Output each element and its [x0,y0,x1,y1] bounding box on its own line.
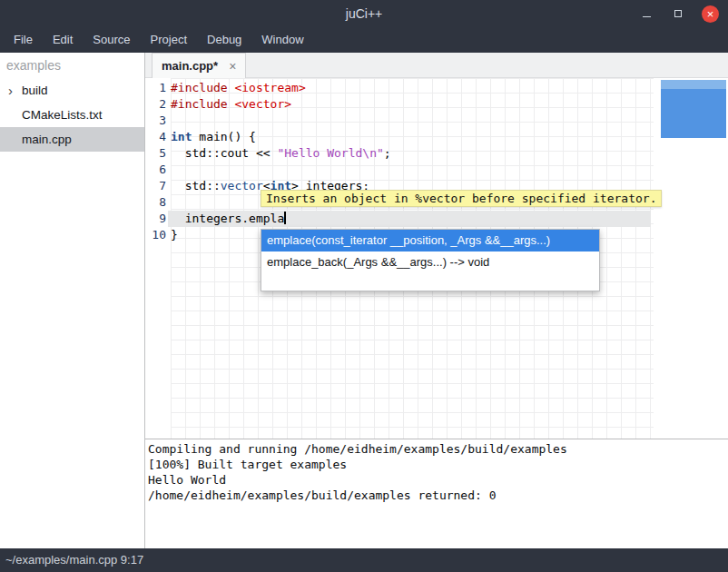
tab-label: main.cpp* [162,59,218,73]
token: <vector> [234,97,291,111]
token: #include [171,81,228,94]
minimize-icon [643,16,651,18]
token: "Hello World\n" [277,146,383,160]
token: ; [384,146,391,160]
token: #include [171,97,228,111]
code-text: #include <vector> [168,96,651,113]
window-controls: × [638,0,719,27]
file-label: build [22,84,48,97]
code-line[interactable]: 6 [145,162,728,178]
line-number: 4 [145,129,168,145]
menu-item-window[interactable]: Window [251,27,313,53]
tooltip: Inserts an object in %vector before spec… [261,190,662,207]
file-label: CMakeLists.txt [22,108,103,122]
code-line[interactable]: 5 std::cout << "Hello World\n"; [145,145,728,162]
sidebar-item-build[interactable]: ›build [0,78,144,103]
line-number: 1 [145,80,168,96]
code-text [168,162,651,178]
sidebar-header: examples [0,53,144,78]
file-label: main.cpp [22,133,72,146]
terminal-line: /home/eidheim/examples/build/examples re… [148,488,725,503]
menubar: FileEditSourceProjectDebugWindow [0,27,728,53]
line-number: 10 [145,227,168,243]
tabbar: main.cpp* × [145,53,728,78]
close-button[interactable]: × [702,5,719,23]
autocomplete-item[interactable]: emplace_back(_Args &&__args...) --> void [261,251,599,273]
token: integers.empla [171,212,284,225]
statusbar-text: ~/examples/main.cpp 9:17 [5,553,143,567]
code-text: #include <iostream> [168,80,651,96]
titlebar: juCi++ × [0,0,728,27]
menu-item-project[interactable]: Project [141,27,197,53]
menu-item-source[interactable]: Source [83,27,140,53]
token: } [171,228,178,242]
code-text: std::cout << "Hello World\n"; [168,145,651,162]
token: std::cout << [171,146,277,160]
sidebar: examples ›buildCMakeLists.txtmain.cpp [0,53,145,548]
token: std:: [171,179,221,192]
line-number: 9 [145,211,168,227]
terminal-output[interactable]: Compiling and running /home/eidheim/exam… [145,439,728,548]
file-tree: ›buildCMakeLists.txtmain.cpp [0,78,144,152]
code-line[interactable]: 3 [145,113,728,129]
menu-item-file[interactable]: File [4,27,43,53]
token: int [171,130,192,143]
close-icon: × [707,5,714,23]
code-lines: 1#include <iostream>2#include <vector>34… [145,80,728,243]
terminal-line: Compiling and running /home/eidheim/exam… [148,441,725,457]
minimize-button[interactable] [638,5,654,22]
sidebar-item-cmakelists-txt[interactable]: CMakeLists.txt [0,103,144,127]
restore-button[interactable] [670,5,686,22]
token: vector [221,179,263,192]
tab-main-cpp[interactable]: main.cpp* × [152,53,246,78]
line-number: 5 [145,145,168,162]
statusbar: ~/examples/main.cpp 9:17 [0,548,728,572]
line-number: 2 [145,96,168,113]
line-number: 7 [145,178,168,194]
menu-item-debug[interactable]: Debug [197,27,251,53]
code-line[interactable]: 9 integers.empla [145,211,728,227]
token: <iostream> [234,81,305,94]
terminal-line: Hello World [148,472,725,488]
menu-item-edit[interactable]: Edit [43,27,83,53]
line-number: 8 [145,194,168,211]
code-text [168,113,651,129]
window-title: juCi++ [0,0,728,27]
code-line[interactable]: 2#include <vector> [145,96,728,113]
sidebar-item-main-cpp[interactable]: main.cpp [0,127,144,152]
code-text: int main() { [168,129,651,145]
code-text: integers.empla [168,211,651,227]
restore-icon [674,10,682,17]
terminal-line: [100%] Built target examples [148,457,725,472]
code-line[interactable]: 4int main() { [145,129,728,145]
token: main() { [192,130,255,143]
tab-close-icon[interactable]: × [229,59,236,74]
line-number: 3 [145,113,168,129]
autocomplete-item[interactable]: emplace(const_iterator __position, _Args… [261,230,599,251]
chevron-right-icon: › [8,78,13,103]
autocomplete-popup: emplace(const_iterator __position, _Args… [261,229,600,291]
code-line[interactable]: 1#include <iostream> [145,80,728,96]
text-cursor [284,212,286,224]
line-number: 6 [145,162,168,178]
